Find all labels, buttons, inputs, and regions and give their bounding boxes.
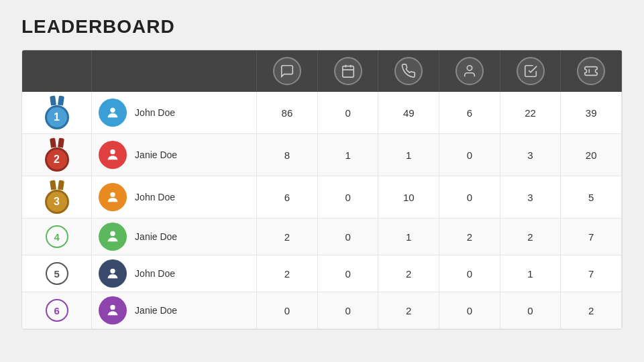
svg-point-4: [467, 66, 472, 70]
team-name: John Doe: [135, 192, 175, 202]
header-team: [92, 50, 257, 92]
team-cell: Janie Doe: [92, 134, 257, 176]
page-title: LEADERBOARD: [21, 16, 623, 38]
score-cell: 0: [439, 134, 500, 176]
calendar-icon: [341, 64, 356, 78]
rank-cell: 5: [22, 255, 92, 292]
table-row: 5 John Doe 202017: [22, 255, 622, 292]
table-row: 4 Janie Doe 201227: [22, 219, 622, 255]
score-cell: 7: [561, 255, 622, 292]
score-cell: 0: [317, 176, 378, 219]
score-cell: 1: [500, 255, 561, 292]
leaderboard-table: 1 John Doe 8604962239 2: [21, 50, 623, 330]
table-row: 6 Janie Doe 002002: [22, 292, 622, 329]
score-cell: 1: [378, 134, 439, 176]
score-cell: 0: [500, 292, 561, 329]
table-row: 2 Janie Doe 8110320: [22, 134, 622, 176]
svg-point-9: [110, 231, 115, 236]
score-cell: 5: [561, 176, 622, 219]
svg-point-11: [110, 305, 115, 310]
score-cell: 0: [317, 92, 378, 134]
phone-icon: [401, 64, 416, 78]
score-cell: 0: [317, 292, 378, 329]
chat-icon: [280, 64, 294, 78]
rank-cell: 6: [22, 292, 92, 329]
score-cell: 0: [439, 292, 500, 329]
team-cell: John Doe: [92, 92, 257, 134]
svg-point-6: [110, 108, 115, 113]
table-body: 1 John Doe 8604962239 2: [22, 92, 622, 329]
header-rank: [22, 50, 92, 92]
score-cell: 0: [439, 176, 500, 219]
score-cell: 2: [257, 255, 318, 292]
score-cell: 6: [439, 92, 500, 134]
team-name: John Doe: [135, 268, 175, 279]
team-name: Janie Doe: [135, 231, 177, 242]
svg-point-8: [110, 192, 115, 197]
team-cell: John Doe: [92, 176, 257, 219]
team-name: Janie Doe: [135, 305, 177, 316]
score-cell: 2: [500, 219, 561, 255]
score-cell: 8: [257, 134, 318, 176]
team-cell: Janie Doe: [92, 219, 257, 255]
score-cell: 0: [257, 292, 318, 329]
person-icon: [462, 64, 477, 78]
score-cell: 1: [378, 219, 439, 255]
table-row: 1 John Doe 8604962239: [22, 92, 622, 134]
score-cell: 49: [378, 92, 439, 134]
rank-cell: 1: [22, 92, 92, 134]
svg-point-10: [110, 269, 115, 274]
score-cell: 22: [500, 92, 561, 134]
team-name: Janie Doe: [135, 149, 177, 160]
score-cell: 1: [317, 134, 378, 176]
score-cell: 2: [378, 292, 439, 329]
header-calendar: [317, 50, 378, 92]
table-row: 3 John Doe 6010035: [22, 176, 622, 219]
team-cell: John Doe: [92, 255, 257, 292]
score-cell: 3: [500, 176, 561, 219]
ticket-icon: [584, 64, 598, 78]
score-cell: 20: [561, 134, 622, 176]
score-cell: 39: [561, 92, 622, 134]
score-cell: 7: [561, 219, 622, 255]
table-header: [22, 50, 622, 92]
rank-cell: 4: [22, 219, 92, 255]
header-phone: [378, 50, 439, 92]
score-cell: 3: [500, 134, 561, 176]
header-person: [439, 50, 500, 92]
score-cell: 2: [378, 255, 439, 292]
team-name: John Doe: [135, 107, 175, 118]
score-cell: 0: [317, 255, 378, 292]
rank-cell: 3: [22, 176, 92, 219]
score-cell: 86: [257, 92, 318, 134]
score-cell: 2: [439, 219, 500, 255]
svg-point-7: [110, 149, 115, 154]
team-cell: Janie Doe: [92, 292, 257, 329]
header-handshake: [500, 50, 561, 92]
svg-rect-0: [342, 66, 354, 78]
score-cell: 10: [378, 176, 439, 219]
score-cell: 0: [317, 219, 378, 255]
rank-cell: 2: [22, 134, 92, 176]
header-chat: [257, 50, 318, 92]
score-cell: 2: [561, 292, 622, 329]
score-cell: 0: [439, 255, 500, 292]
score-cell: 2: [257, 219, 318, 255]
handshake-icon: [523, 64, 538, 78]
header-ticket: [561, 50, 622, 92]
score-cell: 6: [257, 176, 318, 219]
